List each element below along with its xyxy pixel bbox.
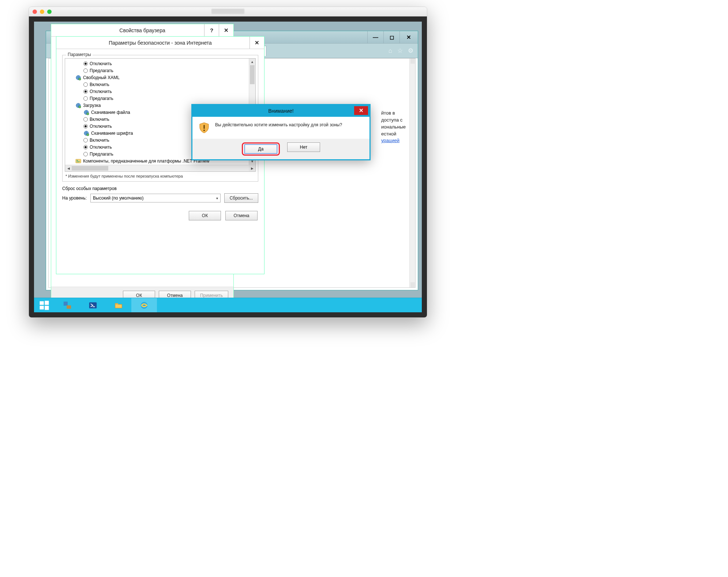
explorer-button[interactable] [106, 298, 131, 312]
windows-logo-icon [39, 300, 50, 311]
svg-point-3 [79, 106, 81, 108]
gear-icon[interactable]: ⚙ [408, 47, 413, 55]
option-label: Отключить [90, 145, 112, 150]
radio-icon [83, 124, 88, 129]
group-label: Загрузка [83, 103, 101, 108]
taskbar [34, 298, 422, 312]
scroll-right-icon[interactable]: ▶ [249, 165, 255, 171]
ie-taskbar-button[interactable] [131, 298, 157, 312]
confirm-dialog: Внимание! ✕ Вы действительно хотите изме… [191, 104, 371, 160]
sec-cancel-button[interactable]: Отмена [225, 211, 258, 220]
confirm-yes-button[interactable]: Да [244, 144, 277, 154]
tree-radio-option[interactable]: Предлагать [67, 67, 247, 74]
hscroll-thumb[interactable] [72, 166, 108, 171]
mac-close-icon[interactable] [33, 10, 37, 14]
tree-radio-option[interactable]: Предлагать [67, 95, 247, 102]
props-title-text: Свойства браузера [119, 27, 165, 33]
ie-scrollbar[interactable] [409, 59, 415, 287]
ie-minimize-button[interactable]: — [367, 31, 383, 43]
option-label: Предлагать [90, 152, 113, 157]
mac-titlebar [29, 7, 427, 16]
tree-group: Свободный XAML [67, 74, 247, 81]
level-label: На уровень: [62, 196, 87, 201]
group-label: Свободный XAML [83, 75, 120, 80]
option-label: Отключить [90, 61, 112, 66]
svg-rect-16 [204, 125, 205, 129]
sec-title: Параметры безопасности - зона Интернета … [56, 37, 264, 49]
confirm-title: Внимание! ✕ [192, 105, 369, 117]
confirm-close-button[interactable]: ✕ [354, 106, 368, 115]
option-label: Включить [90, 138, 109, 143]
page-aside: йтов в доступа с иональные естной урацие… [381, 110, 406, 144]
tree-hscrollbar[interactable]: ◀ ▶ [65, 165, 255, 171]
group-label: Компоненты, предназначенные для платформ… [83, 159, 209, 164]
mac-zoom-icon[interactable] [47, 10, 52, 14]
mac-min-icon[interactable] [40, 10, 44, 14]
remote-frame: — ◻ ✕ й... ✕ ⌂ ☆ ⚙ сности Internet Explo… [29, 16, 427, 317]
svg-rect-18 [40, 301, 44, 305]
ie-icon [139, 301, 149, 310]
svg-rect-25 [115, 303, 118, 305]
radio-icon [83, 138, 88, 142]
warning-shield-icon [198, 122, 210, 134]
confirm-text: Вы действительно хотите изменить настрой… [215, 122, 342, 134]
svg-rect-21 [45, 306, 49, 310]
tree-radio-option[interactable]: Отключить [67, 60, 247, 67]
group-label: Скачивание шрифта [91, 131, 133, 136]
reset-button[interactable]: Сбросить... [224, 193, 258, 203]
option-label: Предлагать [90, 96, 113, 101]
ie-maximize-button[interactable]: ◻ [383, 31, 399, 43]
svg-point-7 [87, 134, 89, 136]
yes-highlight: Да [242, 142, 280, 156]
props-help-button[interactable]: ? [204, 24, 219, 36]
start-button[interactable] [34, 298, 55, 312]
confirm-title-text: Внимание! [268, 108, 294, 114]
home-icon[interactable]: ⌂ [389, 47, 392, 55]
radio-icon [83, 117, 88, 122]
props-title: Свойства браузера ? ✕ [51, 24, 233, 37]
sec-close-button[interactable]: ✕ [249, 37, 264, 49]
page-link-2[interactable]: урацией [381, 138, 399, 143]
svg-rect-11 [76, 162, 79, 162]
svg-rect-10 [76, 161, 80, 161]
svg-point-1 [79, 78, 81, 80]
level-select[interactable]: Высокий (по умолчанию) ▾ [90, 194, 221, 202]
svg-rect-23 [67, 305, 71, 309]
server-manager-icon [63, 301, 72, 310]
option-label: Включить [90, 82, 109, 87]
radio-icon [83, 62, 88, 66]
tree-radio-option[interactable]: Отключить [67, 88, 247, 95]
svg-rect-20 [40, 306, 44, 309]
host-window: — ◻ ✕ й... ✕ ⌂ ☆ ⚙ сности Internet Explo… [29, 7, 427, 318]
option-label: Предлагать [90, 68, 113, 73]
option-label: Отключить [90, 124, 112, 129]
powershell-icon [88, 301, 98, 310]
option-label: Включить [90, 117, 109, 122]
radio-icon [83, 145, 88, 149]
svg-rect-9 [76, 160, 78, 161]
sec-ok-button[interactable]: ОК [189, 211, 221, 220]
radio-icon [83, 89, 88, 94]
reset-section: Сброс особых параметров На уровень: Высо… [62, 186, 258, 203]
props-close-button[interactable]: ✕ [219, 24, 233, 36]
radio-icon [83, 82, 88, 87]
level-value: Высокий (по умолчанию) [93, 196, 143, 201]
radio-icon [83, 152, 88, 156]
restart-note: * Изменения будут применены после переза… [65, 174, 255, 178]
star-icon[interactable]: ☆ [397, 47, 403, 55]
ie-close-button[interactable]: ✕ [399, 31, 418, 43]
sec-title-text: Параметры безопасности - зона Интернета [109, 40, 212, 46]
svg-point-5 [87, 113, 89, 115]
confirm-no-button[interactable]: Нет [287, 142, 320, 152]
scroll-thumb[interactable] [250, 65, 255, 84]
scroll-left-icon[interactable]: ◀ [65, 165, 72, 171]
tree-radio-option[interactable]: Включить [67, 81, 247, 88]
scroll-up-icon[interactable]: ▲ [249, 59, 255, 65]
reset-label: Сброс особых параметров [62, 186, 258, 191]
group-label: Скачивание файла [91, 110, 130, 115]
windows-desktop: — ◻ ✕ й... ✕ ⌂ ☆ ⚙ сности Internet Explo… [34, 22, 422, 312]
server-manager-button[interactable] [55, 298, 80, 312]
params-legend: Параметры [66, 52, 93, 57]
powershell-button[interactable] [80, 298, 106, 312]
option-label: Отключить [90, 89, 112, 94]
